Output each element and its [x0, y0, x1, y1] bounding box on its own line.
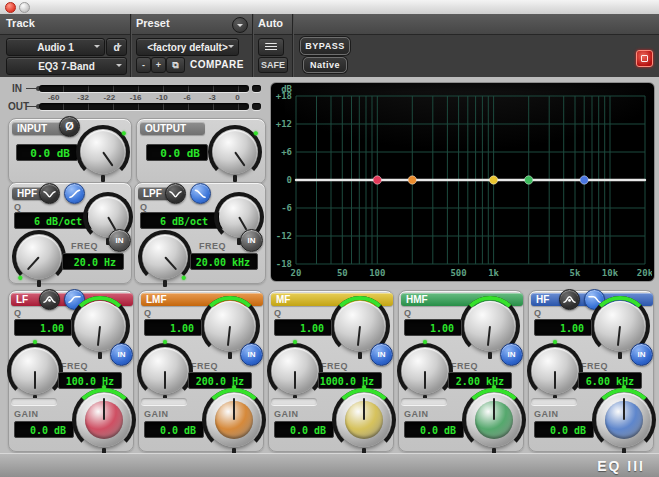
output-clip-led[interactable] [252, 103, 261, 110]
preset-section-label: Preset [136, 17, 170, 29]
lf-q-display[interactable]: 1.00 [14, 319, 72, 336]
hf-peak-type-button[interactable] [559, 289, 580, 310]
preset-prev-button[interactable]: - [136, 57, 151, 73]
hmf-q-display[interactable]: 1.00 [404, 319, 462, 336]
window-minimize-button[interactable] [19, 2, 30, 13]
hpf-slope-type-button[interactable] [64, 183, 85, 204]
eq-band-dot-hf[interactable] [580, 176, 588, 184]
hf-gain-knob[interactable] [597, 393, 651, 447]
output-header: OUTPUT [140, 122, 205, 135]
header-strip [0, 14, 659, 35]
output-gain-knob[interactable] [213, 130, 257, 174]
lpf-notch-type-button[interactable] [165, 183, 186, 204]
eq3-logo: EQ III [597, 458, 645, 474]
eq-band-dot-hmf[interactable] [525, 176, 533, 184]
lf-in-button[interactable]: IN [110, 343, 133, 366]
band-hf-q-label: Q [534, 308, 542, 318]
lmf-in-button[interactable]: IN [240, 343, 263, 366]
hmf-gain-knob[interactable] [467, 393, 521, 447]
band-mf-label: MF [276, 294, 290, 305]
frequency-response-graph[interactable]: dB+18+12+60-6-12-1820501005001k5k10k20k [270, 82, 655, 282]
svg-text:1k: 1k [488, 268, 499, 278]
meter-scale-tick: -3 [209, 93, 216, 102]
lpf-q-label: Q [140, 202, 148, 212]
mf-q-display[interactable]: 1.00 [274, 319, 332, 336]
hmf-in-button[interactable]: IN [500, 343, 523, 366]
svg-text:5k: 5k [570, 268, 581, 278]
hpf-freq-display[interactable]: 20.0 Hz [62, 253, 124, 270]
eq-band-dot-lmf[interactable] [408, 176, 416, 184]
lmf-gain-knob[interactable] [207, 393, 261, 447]
meter-scale-tick: -6 [183, 93, 190, 102]
meter-scale-tick: -32 [77, 93, 89, 102]
svg-text:-12: -12 [276, 231, 292, 241]
bypass-button[interactable]: BYPASS [300, 37, 350, 55]
input-clip-led[interactable] [252, 85, 261, 92]
band-lf-q-label: Q [14, 308, 22, 318]
input-meter-bar [39, 85, 249, 92]
eq3-plugin-window: Track Preset Auto Audio 1 d EQ3 7-Band <… [0, 0, 659, 477]
band-lmf-panel: LMF Q 1.00 IN FREQ 200.0 Hz GAIN 0.0 dB [138, 290, 264, 452]
groove [401, 398, 447, 405]
insert-position-selector[interactable]: d [106, 38, 127, 56]
track-selector[interactable]: Audio 1 [6, 38, 105, 56]
meter-scale-tick: -60 [48, 93, 60, 102]
preset-menu-button[interactable] [232, 17, 248, 33]
mf-in-button[interactable]: IN [370, 343, 393, 366]
band-lf-gain-label: GAIN [14, 409, 39, 419]
mf-gain-knob[interactable] [337, 393, 391, 447]
eq-band-dot-lf[interactable] [373, 176, 381, 184]
target-window-button[interactable] [636, 50, 653, 67]
divider [252, 14, 253, 77]
band-hf-gain-label: GAIN [534, 409, 559, 419]
automation-enable-button[interactable] [258, 38, 284, 56]
hpf-label: HPF [17, 188, 37, 199]
preset-next-button[interactable]: + [151, 57, 166, 73]
compare-button[interactable]: COMPARE [190, 59, 244, 70]
hf-in-button[interactable]: IN [630, 343, 653, 366]
plugin-footer: EQ III [0, 453, 659, 477]
lpf-slope-type-button[interactable] [190, 183, 211, 204]
svg-text:-6: -6 [281, 203, 292, 213]
window-close-button[interactable] [5, 2, 16, 13]
meter-scale-tick: -22 [104, 93, 116, 102]
output-meter-bar [39, 103, 249, 110]
lmf-gain-display[interactable]: 0.0 dB [144, 421, 204, 438]
lf-gain-knob[interactable] [77, 393, 131, 447]
lpf-label: LPF [143, 188, 162, 199]
track-section-label: Track [6, 17, 35, 29]
lf-freq-knob[interactable] [12, 348, 58, 394]
preset-selector[interactable]: <factory default> [136, 38, 239, 56]
lpf-freq-label: FREQ [199, 241, 226, 251]
auto-safe-button[interactable]: SAFE [258, 57, 288, 73]
eq-band-dot-mf[interactable] [489, 176, 497, 184]
groove [141, 398, 187, 405]
svg-text:20k: 20k [637, 268, 652, 278]
lf-peak-type-button[interactable] [39, 289, 60, 310]
input-gain-knob[interactable] [81, 130, 125, 174]
mf-freq-knob[interactable] [272, 348, 318, 394]
hf-gain-display[interactable]: 0.0 dB [534, 421, 594, 438]
hmf-gain-display[interactable]: 0.0 dB [404, 421, 464, 438]
hf-freq-knob[interactable] [532, 348, 578, 394]
band-hf-label: HF [536, 294, 549, 305]
lf-gain-display[interactable]: 0.0 dB [14, 421, 74, 438]
preset-librarian-icon[interactable]: ⧉ [166, 57, 185, 73]
hpf-q-label: Q [14, 202, 22, 212]
hf-q-display[interactable]: 1.00 [534, 319, 592, 336]
lpf-in-button[interactable]: IN [240, 229, 263, 252]
plugin-selector[interactable]: EQ3 7-Band [6, 57, 127, 75]
lmf-freq-knob[interactable] [142, 348, 188, 394]
svg-text:500: 500 [450, 268, 466, 278]
hpf-notch-type-button[interactable] [39, 183, 60, 204]
lmf-q-display[interactable]: 1.00 [144, 319, 202, 336]
lpf-freq-display[interactable]: 20.00 kHz [190, 253, 258, 270]
input-label: INPUT [17, 123, 47, 134]
svg-text:50: 50 [337, 268, 348, 278]
hmf-freq-knob[interactable] [402, 348, 448, 394]
native-format-button[interactable]: Native [303, 57, 347, 73]
hpf-freq-knob[interactable] [17, 235, 61, 279]
mf-gain-display[interactable]: 0.0 dB [274, 421, 334, 438]
lpf-freq-knob[interactable] [143, 235, 187, 279]
band-lmf-gain-label: GAIN [144, 409, 169, 419]
